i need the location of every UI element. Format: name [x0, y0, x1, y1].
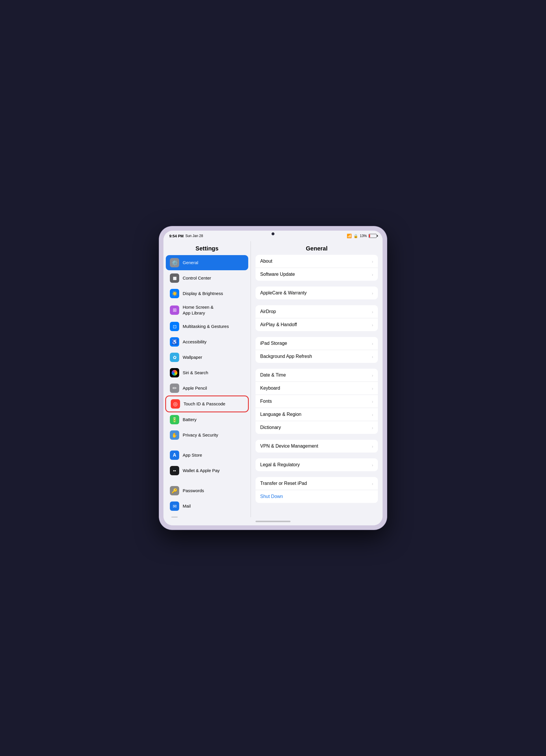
pencil-icon: ✏	[170, 384, 179, 393]
general-icon: ⚙️	[170, 258, 179, 267]
ipad-storage-label: iPad Storage	[260, 341, 287, 346]
fonts-label: Fonts	[260, 399, 272, 404]
sidebar-item-mail[interactable]: ✉ Mail	[166, 499, 248, 514]
date-time-chevron: ›	[372, 373, 373, 378]
sidebar-item-wallet[interactable]: ▪▪ Wallet & Apple Pay	[166, 463, 248, 478]
sidebar-item-home-screen[interactable]: ⊞ Home Screen &App Library	[166, 301, 248, 319]
sidebar-item-display[interactable]: ☀️ Display & Brightness	[166, 286, 248, 301]
settings-row-ipad-storage[interactable]: iPad Storage ›	[255, 337, 378, 350]
sidebar-item-appstore[interactable]: A App Store	[166, 448, 248, 463]
sidebar-label-general: General	[183, 260, 198, 265]
airplay-chevron: ›	[372, 322, 373, 327]
control-center-icon: ▦	[170, 273, 179, 283]
ipad-screen: 9:54 PM Sun Jan 28 📶 🔒 13% Settings	[163, 231, 383, 525]
settings-row-fonts[interactable]: Fonts ›	[255, 395, 378, 408]
sidebar-item-accessibility[interactable]: ♿ Accessibility	[166, 334, 248, 349]
sidebar-label-multitasking: Multitasking & Gestures	[183, 324, 229, 329]
ipad-frame: 9:54 PM Sun Jan 28 📶 🔒 13% Settings	[159, 227, 387, 529]
camera	[271, 232, 275, 235]
right-panel[interactable]: General About › Software Update › Appl	[251, 241, 383, 517]
sidebar-label-wallet: Wallet & Apple Pay	[183, 468, 220, 473]
software-update-label: Software Update	[260, 272, 295, 277]
home-screen-icon: ⊞	[170, 305, 179, 315]
settings-row-transfer[interactable]: Transfer or Reset iPad ›	[255, 477, 378, 490]
sidebar-item-pencil[interactable]: ✏ Apple Pencil	[166, 381, 248, 396]
multitasking-icon: ⊡	[170, 322, 179, 331]
dictionary-label: Dictionary	[260, 425, 281, 430]
sidebar-item-multitasking[interactable]: ⊡ Multitasking & Gestures	[166, 319, 248, 334]
panel-title: General	[251, 241, 383, 255]
settings-group-7: Legal & Regulatory ›	[255, 458, 378, 471]
sidebar-item-passwords[interactable]: 🔑 Passwords	[166, 483, 248, 498]
sidebar-item-general[interactable]: ⚙️ General	[166, 255, 248, 270]
settings-row-airdrop[interactable]: AirDrop ›	[255, 305, 378, 318]
wallet-icon: ▪▪	[170, 466, 179, 475]
settings-group-8: Transfer or Reset iPad › Shut Down	[255, 477, 378, 503]
legal-label: Legal & Regulatory	[260, 462, 300, 467]
sidebar-label-wallpaper: Wallpaper	[183, 355, 202, 360]
settings-group-6: VPN & Device Management ›	[255, 440, 378, 453]
touchid-icon: ◎	[171, 399, 180, 409]
wallpaper-icon: ✿	[170, 353, 179, 362]
fonts-chevron: ›	[372, 399, 373, 404]
settings-group-1: About › Software Update ›	[255, 255, 378, 281]
settings-row-vpn[interactable]: VPN & Device Management ›	[255, 440, 378, 453]
transfer-label: Transfer or Reset iPad	[260, 481, 307, 486]
sidebar-item-touchid[interactable]: ◎ Touch ID & Passcode	[165, 395, 249, 412]
sidebar-label-control-center: Control Center	[183, 275, 211, 281]
privacy-icon: ✋	[170, 430, 179, 440]
appstore-icon: A	[170, 451, 179, 460]
status-right: 📶 🔒 13%	[347, 234, 377, 238]
vpn-label: VPN & Device Management	[260, 444, 318, 449]
settings-row-about[interactable]: About ›	[255, 255, 378, 268]
settings-group-2: AppleCare & Warranty ›	[255, 287, 378, 299]
sidebar-label-battery: Battery	[183, 417, 197, 422]
language-label: Language & Region	[260, 412, 301, 417]
battery-icon-lock: 🔒	[354, 234, 358, 238]
sidebar-item-control-center[interactable]: ▦ Control Center	[166, 271, 248, 286]
dictionary-chevron: ›	[372, 425, 373, 430]
sidebar-item-wallpaper[interactable]: ✿ Wallpaper	[166, 350, 248, 365]
settings-row-dictionary[interactable]: Dictionary ›	[255, 421, 378, 434]
settings-group-3: AirDrop › AirPlay & Handoff ›	[255, 305, 378, 331]
sidebar-item-siri[interactable]: Siri & Search	[166, 365, 248, 380]
legal-chevron: ›	[372, 462, 373, 467]
sidebar-label-pencil: Apple Pencil	[183, 386, 207, 391]
siri-icon	[170, 368, 179, 377]
battery-nav-icon: 🔋	[170, 415, 179, 424]
sidebar-item-contacts[interactable]: 👤 Contacts	[166, 514, 248, 517]
settings-row-software-update[interactable]: Software Update ›	[255, 268, 378, 281]
settings-row-airplay[interactable]: AirPlay & Handoff ›	[255, 318, 378, 331]
sidebar-label-accessibility: Accessibility	[183, 339, 206, 345]
applecare-label: AppleCare & Warranty	[260, 290, 307, 296]
sidebar-label-privacy: Privacy & Security	[183, 432, 218, 438]
airdrop-chevron: ›	[372, 309, 373, 314]
sidebar-label-display: Display & Brightness	[183, 291, 223, 296]
sidebar-label-home-screen: Home Screen &App Library	[183, 304, 213, 316]
settings-row-background-refresh[interactable]: Background App Refresh ›	[255, 350, 378, 363]
sidebar-label-appstore: App Store	[183, 453, 202, 458]
sidebar-section-2: A App Store ▪▪ Wallet & Apple Pay	[163, 448, 250, 478]
settings-row-date-time[interactable]: Date & Time ›	[255, 369, 378, 382]
settings-row-language[interactable]: Language & Region ›	[255, 408, 378, 421]
settings-row-shutdown[interactable]: Shut Down	[255, 490, 378, 503]
airplay-label: AirPlay & Handoff	[260, 322, 297, 327]
sidebar-label-siri: Siri & Search	[183, 370, 208, 375]
sidebar[interactable]: Settings ⚙️ General ▦ Control Center ☀️ …	[163, 241, 251, 517]
battery-percentage: 13%	[360, 234, 367, 238]
settings-row-legal[interactable]: Legal & Regulatory ›	[255, 458, 378, 471]
sidebar-label-touchid: Touch ID & Passcode	[183, 401, 225, 407]
sidebar-title: Settings	[163, 241, 250, 255]
home-bar	[163, 517, 383, 525]
sidebar-label-mail: Mail	[183, 504, 191, 509]
transfer-chevron: ›	[372, 481, 373, 486]
airdrop-label: AirDrop	[260, 309, 276, 314]
sidebar-item-privacy[interactable]: ✋ Privacy & Security	[166, 428, 248, 443]
sidebar-section-3: 🔑 Passwords ✉ Mail 👤 Contacts 📅 Calendar	[163, 483, 250, 517]
settings-row-applecare[interactable]: AppleCare & Warranty ›	[255, 287, 378, 299]
sidebar-item-battery[interactable]: 🔋 Battery	[166, 412, 248, 427]
status-date: Sun Jan 28	[185, 234, 203, 238]
settings-row-keyboard[interactable]: Keyboard ›	[255, 382, 378, 395]
about-label: About	[260, 259, 272, 264]
background-refresh-chevron: ›	[372, 354, 373, 359]
